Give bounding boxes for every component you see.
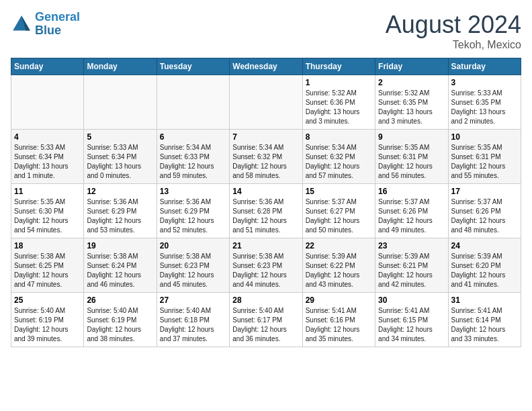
calendar-cell: 4Sunrise: 5:33 AM Sunset: 6:34 PM Daylig… (11, 130, 84, 184)
calendar-cell (84, 75, 157, 130)
day-info: Sunrise: 5:41 AM Sunset: 6:15 PM Dayligh… (378, 306, 445, 344)
logo: General Blue (11, 11, 80, 38)
day-info: Sunrise: 5:35 AM Sunset: 6:30 PM Dayligh… (14, 197, 81, 235)
calendar-cell: 29Sunrise: 5:41 AM Sunset: 6:16 PM Dayli… (302, 293, 375, 347)
day-number: 7 (232, 132, 299, 142)
day-info: Sunrise: 5:38 AM Sunset: 6:23 PM Dayligh… (232, 252, 299, 289)
weekday-header-sunday: Sunday (11, 58, 84, 75)
day-number: 23 (378, 241, 445, 250)
day-info: Sunrise: 5:41 AM Sunset: 6:14 PM Dayligh… (451, 306, 518, 344)
day-number: 21 (232, 241, 299, 250)
calendar-cell: 28Sunrise: 5:40 AM Sunset: 6:17 PM Dayli… (230, 293, 302, 347)
calendar-cell: 20Sunrise: 5:38 AM Sunset: 6:23 PM Dayli… (157, 238, 229, 293)
calendar-cell: 14Sunrise: 5:36 AM Sunset: 6:28 PM Dayli… (230, 184, 302, 238)
day-number: 5 (87, 132, 153, 142)
day-number: 15 (306, 187, 372, 196)
calendar-cell: 27Sunrise: 5:40 AM Sunset: 6:18 PM Dayli… (157, 293, 229, 347)
calendar-cell: 7Sunrise: 5:34 AM Sunset: 6:32 PM Daylig… (230, 130, 302, 184)
day-number: 6 (160, 132, 226, 142)
day-number: 26 (87, 295, 153, 305)
calendar-cell: 3Sunrise: 5:33 AM Sunset: 6:35 PM Daylig… (448, 75, 521, 130)
day-info: Sunrise: 5:36 AM Sunset: 6:29 PM Dayligh… (160, 197, 226, 235)
day-info: Sunrise: 5:33 AM Sunset: 6:34 PM Dayligh… (14, 143, 81, 181)
calendar-cell: 23Sunrise: 5:39 AM Sunset: 6:21 PM Dayli… (375, 238, 448, 293)
calendar-cell: 9Sunrise: 5:35 AM Sunset: 6:31 PM Daylig… (375, 130, 448, 184)
day-info: Sunrise: 5:35 AM Sunset: 6:31 PM Dayligh… (378, 143, 445, 181)
day-info: Sunrise: 5:39 AM Sunset: 6:21 PM Dayligh… (378, 252, 445, 289)
calendar-cell: 26Sunrise: 5:40 AM Sunset: 6:19 PM Dayli… (84, 293, 157, 347)
day-info: Sunrise: 5:38 AM Sunset: 6:23 PM Dayligh… (160, 252, 226, 289)
day-info: Sunrise: 5:34 AM Sunset: 6:32 PM Dayligh… (306, 143, 372, 181)
title-block: August 2024 Tekoh, Mexico (386, 11, 521, 51)
day-number: 28 (232, 295, 299, 305)
day-number: 17 (451, 187, 518, 196)
day-number: 8 (306, 132, 372, 142)
day-number: 2 (378, 78, 445, 87)
calendar-cell: 30Sunrise: 5:41 AM Sunset: 6:15 PM Dayli… (375, 293, 448, 347)
day-info: Sunrise: 5:34 AM Sunset: 6:32 PM Dayligh… (232, 143, 299, 181)
location: Tekoh, Mexico (386, 39, 521, 51)
calendar-cell (230, 75, 302, 130)
day-info: Sunrise: 5:35 AM Sunset: 6:31 PM Dayligh… (451, 143, 518, 181)
logo-text: General Blue (35, 11, 80, 38)
day-info: Sunrise: 5:34 AM Sunset: 6:33 PM Dayligh… (160, 143, 226, 181)
day-info: Sunrise: 5:36 AM Sunset: 6:28 PM Dayligh… (232, 197, 299, 235)
day-info: Sunrise: 5:33 AM Sunset: 6:35 PM Dayligh… (451, 89, 518, 126)
weekday-header-friday: Friday (375, 58, 448, 75)
calendar-cell: 22Sunrise: 5:39 AM Sunset: 6:22 PM Dayli… (302, 238, 375, 293)
day-info: Sunrise: 5:39 AM Sunset: 6:20 PM Dayligh… (451, 252, 518, 289)
calendar-cell: 1Sunrise: 5:32 AM Sunset: 6:36 PM Daylig… (302, 75, 375, 130)
day-info: Sunrise: 5:40 AM Sunset: 6:19 PM Dayligh… (14, 306, 81, 344)
day-info: Sunrise: 5:32 AM Sunset: 6:35 PM Dayligh… (378, 89, 445, 126)
week-row-5: 25Sunrise: 5:40 AM Sunset: 6:19 PM Dayli… (11, 293, 521, 347)
calendar-cell: 11Sunrise: 5:35 AM Sunset: 6:30 PM Dayli… (11, 184, 84, 238)
calendar-cell: 2Sunrise: 5:32 AM Sunset: 6:35 PM Daylig… (375, 75, 448, 130)
day-number: 14 (232, 187, 299, 196)
day-number: 25 (14, 295, 81, 305)
calendar-cell (11, 75, 84, 130)
day-number: 22 (306, 241, 372, 250)
day-number: 13 (160, 187, 226, 196)
day-info: Sunrise: 5:36 AM Sunset: 6:29 PM Dayligh… (87, 197, 153, 235)
day-info: Sunrise: 5:38 AM Sunset: 6:24 PM Dayligh… (87, 252, 153, 289)
day-info: Sunrise: 5:37 AM Sunset: 6:27 PM Dayligh… (306, 197, 372, 235)
calendar-cell: 17Sunrise: 5:37 AM Sunset: 6:26 PM Dayli… (448, 184, 521, 238)
day-info: Sunrise: 5:37 AM Sunset: 6:26 PM Dayligh… (451, 197, 518, 235)
calendar-cell: 13Sunrise: 5:36 AM Sunset: 6:29 PM Dayli… (157, 184, 229, 238)
weekday-header-saturday: Saturday (448, 58, 521, 75)
day-number: 30 (378, 295, 445, 305)
day-number: 27 (160, 295, 226, 305)
day-number: 1 (306, 78, 372, 87)
day-number: 9 (378, 132, 445, 142)
day-info: Sunrise: 5:33 AM Sunset: 6:34 PM Dayligh… (87, 143, 153, 181)
day-number: 29 (306, 295, 372, 305)
weekday-header-wednesday: Wednesday (230, 58, 302, 75)
logo-blue: Blue (35, 24, 61, 37)
day-info: Sunrise: 5:32 AM Sunset: 6:36 PM Dayligh… (306, 89, 372, 126)
calendar-cell: 16Sunrise: 5:37 AM Sunset: 6:26 PM Dayli… (375, 184, 448, 238)
month-title: August 2024 (386, 11, 521, 39)
week-row-1: 1Sunrise: 5:32 AM Sunset: 6:36 PM Daylig… (11, 75, 521, 130)
day-info: Sunrise: 5:40 AM Sunset: 6:18 PM Dayligh… (160, 306, 226, 344)
calendar-cell: 21Sunrise: 5:38 AM Sunset: 6:23 PM Dayli… (230, 238, 302, 293)
calendar-cell: 5Sunrise: 5:33 AM Sunset: 6:34 PM Daylig… (84, 130, 157, 184)
day-number: 19 (87, 241, 153, 250)
week-row-3: 11Sunrise: 5:35 AM Sunset: 6:30 PM Dayli… (11, 184, 521, 238)
calendar-cell: 25Sunrise: 5:40 AM Sunset: 6:19 PM Dayli… (11, 293, 84, 347)
weekday-header-row: SundayMondayTuesdayWednesdayThursdayFrid… (11, 58, 521, 75)
calendar-cell: 8Sunrise: 5:34 AM Sunset: 6:32 PM Daylig… (302, 130, 375, 184)
day-number: 3 (451, 78, 518, 87)
day-info: Sunrise: 5:39 AM Sunset: 6:22 PM Dayligh… (306, 252, 372, 289)
day-number: 4 (14, 132, 81, 142)
day-number: 20 (160, 241, 226, 250)
day-number: 18 (14, 241, 81, 250)
weekday-header-tuesday: Tuesday (157, 58, 229, 75)
day-number: 24 (451, 241, 518, 250)
day-info: Sunrise: 5:40 AM Sunset: 6:19 PM Dayligh… (87, 306, 153, 344)
day-info: Sunrise: 5:37 AM Sunset: 6:26 PM Dayligh… (378, 197, 445, 235)
calendar-cell: 15Sunrise: 5:37 AM Sunset: 6:27 PM Dayli… (302, 184, 375, 238)
weekday-header-thursday: Thursday (302, 58, 375, 75)
week-row-4: 18Sunrise: 5:38 AM Sunset: 6:25 PM Dayli… (11, 238, 521, 293)
calendar-cell (157, 75, 229, 130)
weekday-header-monday: Monday (84, 58, 157, 75)
